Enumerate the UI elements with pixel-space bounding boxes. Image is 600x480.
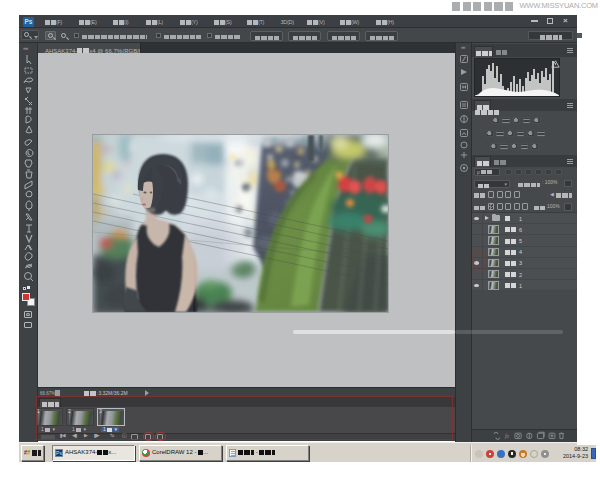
svg-text:fx: fx <box>505 432 509 438</box>
